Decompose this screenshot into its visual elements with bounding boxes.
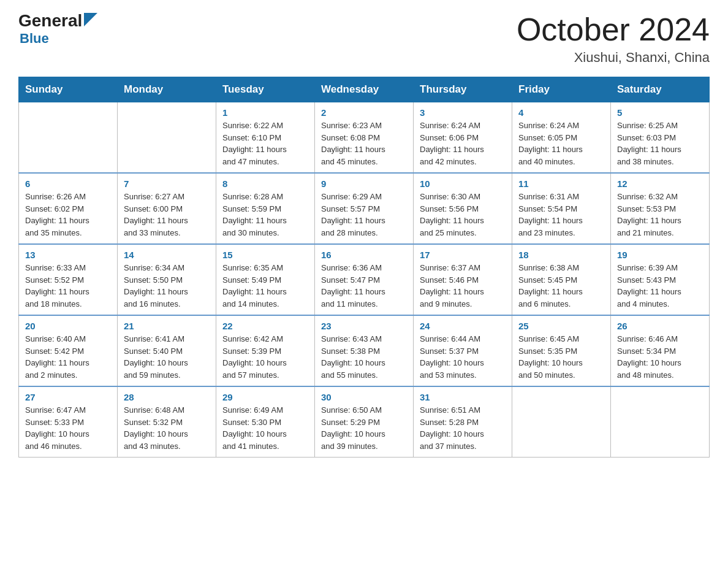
day-number: 20 bbox=[25, 321, 111, 331]
calendar-header-friday: Friday bbox=[512, 77, 611, 102]
day-info: Sunrise: 6:32 AM Sunset: 5:53 PM Dayligh… bbox=[617, 191, 703, 239]
calendar-cell: 19Sunrise: 6:39 AM Sunset: 5:43 PM Dayli… bbox=[611, 244, 710, 315]
page-title: October 2024 bbox=[517, 12, 710, 47]
calendar-cell bbox=[118, 102, 216, 174]
calendar-cell: 22Sunrise: 6:42 AM Sunset: 5:39 PM Dayli… bbox=[216, 315, 315, 386]
calendar-week-2: 6Sunrise: 6:26 AM Sunset: 6:02 PM Daylig… bbox=[19, 173, 710, 244]
day-number: 8 bbox=[222, 178, 308, 189]
calendar-cell: 29Sunrise: 6:49 AM Sunset: 5:30 PM Dayli… bbox=[216, 386, 315, 458]
day-info: Sunrise: 6:30 AM Sunset: 5:56 PM Dayligh… bbox=[420, 191, 506, 239]
day-number: 15 bbox=[222, 250, 308, 260]
calendar-header-wednesday: Wednesday bbox=[315, 77, 414, 102]
calendar-cell: 24Sunrise: 6:44 AM Sunset: 5:37 PM Dayli… bbox=[414, 315, 512, 386]
calendar-header-thursday: Thursday bbox=[414, 77, 512, 102]
logo: General Blue bbox=[18, 12, 97, 47]
day-info: Sunrise: 6:47 AM Sunset: 5:33 PM Dayligh… bbox=[25, 404, 111, 452]
calendar-cell: 13Sunrise: 6:33 AM Sunset: 5:52 PM Dayli… bbox=[19, 244, 118, 315]
day-number: 28 bbox=[124, 392, 210, 402]
calendar-cell: 17Sunrise: 6:37 AM Sunset: 5:46 PM Dayli… bbox=[414, 244, 512, 315]
day-info: Sunrise: 6:44 AM Sunset: 5:37 PM Dayligh… bbox=[420, 333, 506, 381]
day-number: 9 bbox=[321, 178, 407, 189]
day-info: Sunrise: 6:34 AM Sunset: 5:50 PM Dayligh… bbox=[124, 262, 210, 310]
calendar-header-sunday: Sunday bbox=[19, 77, 118, 102]
day-info: Sunrise: 6:24 AM Sunset: 6:06 PM Dayligh… bbox=[420, 120, 506, 167]
day-number: 24 bbox=[420, 321, 506, 331]
calendar-header-row: SundayMondayTuesdayWednesdayThursdayFrid… bbox=[19, 77, 710, 102]
calendar-cell: 14Sunrise: 6:34 AM Sunset: 5:50 PM Dayli… bbox=[118, 244, 216, 315]
calendar-cell: 28Sunrise: 6:48 AM Sunset: 5:32 PM Dayli… bbox=[118, 386, 216, 458]
calendar-cell: 30Sunrise: 6:50 AM Sunset: 5:29 PM Dayli… bbox=[315, 386, 414, 458]
day-info: Sunrise: 6:41 AM Sunset: 5:40 PM Dayligh… bbox=[124, 333, 210, 381]
calendar-cell: 6Sunrise: 6:26 AM Sunset: 6:02 PM Daylig… bbox=[19, 173, 118, 244]
calendar-cell: 12Sunrise: 6:32 AM Sunset: 5:53 PM Dayli… bbox=[611, 173, 710, 244]
day-info: Sunrise: 6:37 AM Sunset: 5:46 PM Dayligh… bbox=[420, 262, 506, 310]
day-info: Sunrise: 6:49 AM Sunset: 5:30 PM Dayligh… bbox=[222, 404, 308, 452]
calendar-cell: 15Sunrise: 6:35 AM Sunset: 5:49 PM Dayli… bbox=[216, 244, 315, 315]
calendar-header-saturday: Saturday bbox=[611, 77, 710, 102]
day-number: 21 bbox=[124, 321, 210, 331]
day-number: 29 bbox=[222, 392, 308, 402]
day-number: 27 bbox=[25, 392, 111, 402]
day-number: 18 bbox=[518, 250, 604, 260]
day-number: 10 bbox=[420, 178, 506, 189]
calendar-cell: 11Sunrise: 6:31 AM Sunset: 5:54 PM Dayli… bbox=[512, 173, 611, 244]
calendar-week-5: 27Sunrise: 6:47 AM Sunset: 5:33 PM Dayli… bbox=[19, 386, 710, 458]
day-number: 19 bbox=[617, 250, 703, 260]
calendar-cell: 1Sunrise: 6:22 AM Sunset: 6:10 PM Daylig… bbox=[216, 102, 315, 174]
calendar-cell: 27Sunrise: 6:47 AM Sunset: 5:33 PM Dayli… bbox=[19, 386, 118, 458]
day-number: 26 bbox=[617, 321, 703, 331]
day-info: Sunrise: 6:27 AM Sunset: 6:00 PM Dayligh… bbox=[124, 191, 210, 239]
calendar-cell: 26Sunrise: 6:46 AM Sunset: 5:34 PM Dayli… bbox=[611, 315, 710, 386]
logo-arrow-icon bbox=[84, 13, 97, 26]
calendar-header-monday: Monday bbox=[118, 77, 216, 102]
calendar-cell bbox=[19, 102, 118, 174]
day-info: Sunrise: 6:33 AM Sunset: 5:52 PM Dayligh… bbox=[25, 262, 111, 310]
day-info: Sunrise: 6:45 AM Sunset: 5:35 PM Dayligh… bbox=[518, 333, 604, 381]
calendar-week-4: 20Sunrise: 6:40 AM Sunset: 5:42 PM Dayli… bbox=[19, 315, 710, 386]
calendar-header-tuesday: Tuesday bbox=[216, 77, 315, 102]
calendar-table: SundayMondayTuesdayWednesdayThursdayFrid… bbox=[18, 77, 710, 458]
day-info: Sunrise: 6:42 AM Sunset: 5:39 PM Dayligh… bbox=[222, 333, 308, 381]
calendar-week-1: 1Sunrise: 6:22 AM Sunset: 6:10 PM Daylig… bbox=[19, 102, 710, 174]
day-info: Sunrise: 6:40 AM Sunset: 5:42 PM Dayligh… bbox=[25, 333, 111, 381]
day-info: Sunrise: 6:48 AM Sunset: 5:32 PM Dayligh… bbox=[124, 404, 210, 452]
calendar-cell: 25Sunrise: 6:45 AM Sunset: 5:35 PM Dayli… bbox=[512, 315, 611, 386]
logo-blue-text: Blue bbox=[20, 31, 49, 47]
day-number: 31 bbox=[420, 392, 506, 402]
day-info: Sunrise: 6:23 AM Sunset: 6:08 PM Dayligh… bbox=[321, 120, 407, 167]
calendar-cell: 18Sunrise: 6:38 AM Sunset: 5:45 PM Dayli… bbox=[512, 244, 611, 315]
day-info: Sunrise: 6:26 AM Sunset: 6:02 PM Dayligh… bbox=[25, 191, 111, 239]
page-header: General Blue October 2024 Xiushui, Shanx… bbox=[18, 12, 710, 66]
calendar-cell: 2Sunrise: 6:23 AM Sunset: 6:08 PM Daylig… bbox=[315, 102, 414, 174]
day-info: Sunrise: 6:29 AM Sunset: 5:57 PM Dayligh… bbox=[321, 191, 407, 239]
calendar-cell: 21Sunrise: 6:41 AM Sunset: 5:40 PM Dayli… bbox=[118, 315, 216, 386]
day-number: 13 bbox=[25, 250, 111, 260]
day-info: Sunrise: 6:28 AM Sunset: 5:59 PM Dayligh… bbox=[222, 191, 308, 239]
calendar-cell: 7Sunrise: 6:27 AM Sunset: 6:00 PM Daylig… bbox=[118, 173, 216, 244]
calendar-cell: 8Sunrise: 6:28 AM Sunset: 5:59 PM Daylig… bbox=[216, 173, 315, 244]
day-info: Sunrise: 6:50 AM Sunset: 5:29 PM Dayligh… bbox=[321, 404, 407, 452]
title-area: October 2024 Xiushui, Shanxi, China bbox=[517, 12, 710, 66]
day-info: Sunrise: 6:36 AM Sunset: 5:47 PM Dayligh… bbox=[321, 262, 407, 310]
calendar-week-3: 13Sunrise: 6:33 AM Sunset: 5:52 PM Dayli… bbox=[19, 244, 710, 315]
day-number: 12 bbox=[617, 178, 703, 189]
day-info: Sunrise: 6:51 AM Sunset: 5:28 PM Dayligh… bbox=[420, 404, 506, 452]
calendar-cell: 10Sunrise: 6:30 AM Sunset: 5:56 PM Dayli… bbox=[414, 173, 512, 244]
day-info: Sunrise: 6:24 AM Sunset: 6:05 PM Dayligh… bbox=[518, 120, 604, 167]
day-info: Sunrise: 6:46 AM Sunset: 5:34 PM Dayligh… bbox=[617, 333, 703, 381]
day-number: 30 bbox=[321, 392, 407, 402]
day-info: Sunrise: 6:43 AM Sunset: 5:38 PM Dayligh… bbox=[321, 333, 407, 381]
day-number: 22 bbox=[222, 321, 308, 331]
day-number: 14 bbox=[124, 250, 210, 260]
calendar-cell: 23Sunrise: 6:43 AM Sunset: 5:38 PM Dayli… bbox=[315, 315, 414, 386]
day-number: 5 bbox=[617, 107, 703, 118]
page-subtitle: Xiushui, Shanxi, China bbox=[517, 50, 710, 66]
calendar-cell: 9Sunrise: 6:29 AM Sunset: 5:57 PM Daylig… bbox=[315, 173, 414, 244]
day-info: Sunrise: 6:38 AM Sunset: 5:45 PM Dayligh… bbox=[518, 262, 604, 310]
day-number: 11 bbox=[518, 178, 604, 189]
calendar-cell: 5Sunrise: 6:25 AM Sunset: 6:03 PM Daylig… bbox=[611, 102, 710, 174]
day-info: Sunrise: 6:35 AM Sunset: 5:49 PM Dayligh… bbox=[222, 262, 308, 310]
day-number: 7 bbox=[124, 178, 210, 189]
day-number: 16 bbox=[321, 250, 407, 260]
calendar-cell: 20Sunrise: 6:40 AM Sunset: 5:42 PM Dayli… bbox=[19, 315, 118, 386]
